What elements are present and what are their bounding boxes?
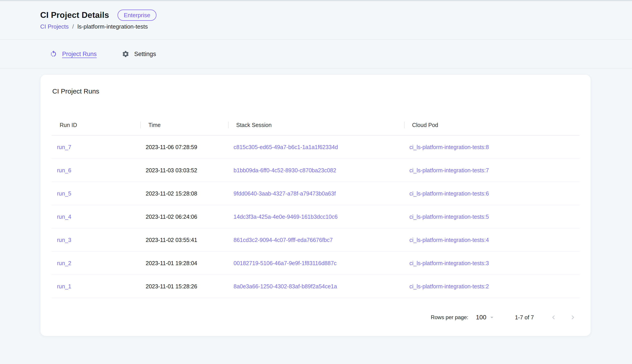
run-time: 2023-11-02 15:28:08 (140, 190, 228, 197)
rows-per-page-select[interactable]: 100 (476, 314, 495, 321)
tab-project-runs-label: Project Runs (62, 50, 97, 58)
run-id-link[interactable]: run_4 (57, 214, 71, 220)
table-row: run_6 2023-11-03 03:03:52 b1bb09da-6ff0-… (52, 159, 579, 182)
cloud-pod-link[interactable]: ci_ls-platform-integration-tests:6 (409, 190, 489, 196)
run-id-link[interactable]: run_5 (57, 190, 71, 196)
cloud-pod-link[interactable]: ci_ls-platform-integration-tests:5 (409, 214, 489, 220)
cloud-pod-link[interactable]: ci_ls-platform-integration-tests:7 (409, 167, 489, 174)
cloud-pod-link[interactable]: ci_ls-platform-integration-tests:2 (409, 283, 489, 290)
rows-per-page-label: Rows per page: (431, 314, 468, 320)
card-title: CI Project Runs (52, 75, 579, 95)
pagination-range: 1-7 of 7 (515, 314, 534, 321)
enterprise-badge: Enterprise (118, 10, 157, 21)
breadcrumb-current: ls-platform-integration-tests (77, 23, 148, 30)
cloud-pod-link[interactable]: ci_ls-platform-integration-tests:4 (409, 237, 489, 243)
breadcrumb-separator: / (72, 23, 74, 30)
column-header-run-id: Run ID (52, 115, 140, 135)
tab-settings-label: Settings (134, 50, 156, 58)
run-time: 2023-11-06 07:28:59 (140, 144, 228, 151)
table-row: run_5 2023-11-02 15:28:08 9fdd0640-3aab-… (52, 182, 579, 205)
run-id-link[interactable]: run_2 (57, 260, 71, 266)
tab-settings[interactable]: Settings (122, 50, 156, 58)
run-time: 2023-11-02 06:24:06 (140, 213, 228, 220)
table-row: run_3 2023-11-02 03:55:41 861cd3c2-9094-… (52, 228, 579, 252)
breadcrumb: CI Projects / ls-platform-integration-te… (40, 23, 632, 30)
previous-page-button[interactable] (547, 311, 560, 324)
page-title: CI Project Details (40, 10, 109, 20)
run-time: 2023-11-01 19:28:04 (140, 260, 228, 267)
stack-session-link[interactable]: 861cd3c2-9094-4c07-9fff-eda76676fbc7 (234, 237, 333, 243)
cloud-pod-link[interactable]: ci_ls-platform-integration-tests:8 (409, 144, 489, 150)
run-time: 2023-11-03 03:03:52 (140, 167, 228, 174)
table-row: run_1 2023-11-01 15:28:26 8a0e3a66-1250-… (52, 275, 579, 298)
stack-session-link[interactable]: c815c305-ed65-49a7-b6c1-1a1a1f62334d (234, 144, 338, 150)
table-row: run_2 2023-11-01 19:28:04 00182719-5106-… (52, 252, 579, 275)
table-row: run_7 2023-11-06 07:28:59 c815c305-ed65-… (52, 136, 579, 159)
run-id-link[interactable]: run_1 (57, 283, 71, 290)
page: { "header": { "title": "CI Project Detai… (0, 0, 632, 364)
chevron-left-icon (550, 313, 558, 321)
tab-bar: Project Runs Settings (0, 40, 632, 68)
run-id-link[interactable]: run_3 (57, 237, 71, 243)
rows-per-page-value: 100 (476, 314, 487, 321)
table-body: run_7 2023-11-06 07:28:59 c815c305-ed65-… (52, 136, 579, 298)
pagination: Rows per page: 100 1-7 of 7 (52, 298, 579, 336)
gear-icon (122, 50, 129, 58)
tab-project-runs[interactable]: Project Runs (50, 50, 97, 58)
ci-project-runs-card: CI Project Runs Run ID Time Stack Sessio… (40, 74, 591, 336)
stack-session-link[interactable]: 00182719-5106-46a7-9e9f-1f83116d887c (234, 260, 337, 266)
cloud-pod-link[interactable]: ci_ls-platform-integration-tests:3 (409, 260, 489, 266)
column-header-cloud-pod: Cloud Pod (404, 115, 579, 135)
stack-session-link[interactable]: b1bb09da-6ff0-4c52-8930-c870ba23c082 (234, 167, 336, 174)
column-header-stack-session: Stack Session (228, 115, 404, 135)
main-content: CI Project Runs Run ID Time Stack Sessio… (0, 68, 632, 336)
breadcrumb-link-ci-projects[interactable]: CI Projects (40, 23, 69, 30)
runs-table: Run ID Time Stack Session Cloud Pod run_… (52, 115, 579, 298)
run-time: 2023-11-02 03:55:41 (140, 236, 228, 244)
column-header-time: Time (140, 115, 228, 135)
stack-session-link[interactable]: 8a0e3a66-1250-4302-83af-b89f2a54ce1a (234, 283, 337, 290)
rotate-left-icon (50, 50, 57, 58)
stack-session-link[interactable]: 9fdd0640-3aab-4327-a78f-a79473b0a63f (234, 190, 336, 196)
dropdown-arrow-icon (489, 314, 495, 321)
chevron-right-icon (569, 313, 577, 321)
run-time: 2023-11-01 15:28:26 (140, 283, 228, 290)
next-page-button[interactable] (566, 311, 579, 324)
table-header-row: Run ID Time Stack Session Cloud Pod (52, 115, 579, 136)
run-id-link[interactable]: run_6 (57, 167, 71, 174)
title-row: CI Project Details Enterprise (40, 10, 632, 21)
page-header: CI Project Details Enterprise CI Project… (0, 1, 632, 40)
table-row: run_4 2023-11-02 06:24:06 14dc3f3a-425a-… (52, 205, 579, 228)
stack-session-link[interactable]: 14dc3f3a-425a-4e0e-9469-161b3dcc10c6 (234, 214, 338, 220)
run-id-link[interactable]: run_7 (57, 144, 71, 150)
